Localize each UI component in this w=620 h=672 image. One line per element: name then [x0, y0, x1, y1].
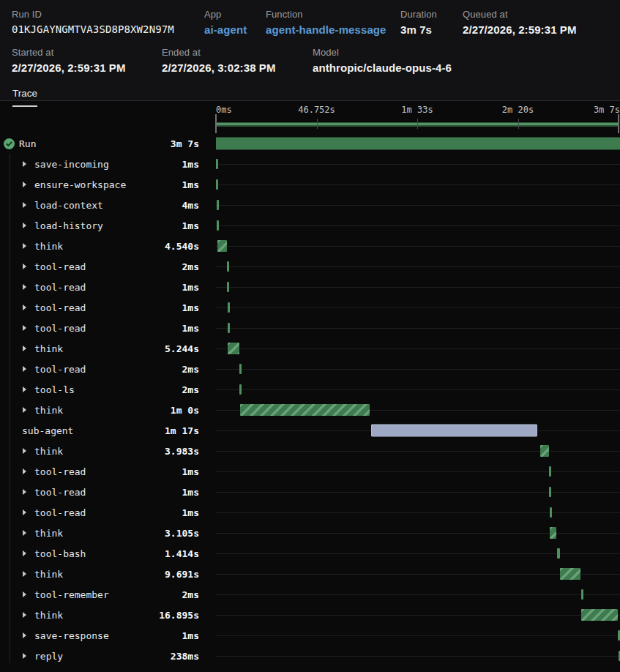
trace-row-tool-read[interactable]: tool-read1ms — [0, 461, 620, 482]
span-bar[interactable] — [540, 445, 549, 457]
span-bar[interactable] — [217, 200, 219, 210]
lane-line — [216, 307, 620, 308]
trace-row-think[interactable]: think1m 0s — [0, 400, 620, 420]
span-duration: 1ms — [182, 507, 214, 518]
span-bar[interactable] — [217, 220, 219, 231]
trace-row-reply[interactable]: reply238ms — [0, 646, 620, 666]
span-bar[interactable] — [371, 425, 537, 437]
queued-at-field: Queued at 2/27/2026, 2:59:31 PM — [463, 9, 608, 36]
trace-row-tool-read[interactable]: tool-read2ms — [0, 256, 620, 277]
expand-caret-icon[interactable] — [23, 468, 26, 474]
expand-caret-icon[interactable] — [23, 325, 26, 331]
expand-caret-icon[interactable] — [23, 264, 26, 269]
expand-caret-icon[interactable] — [23, 182, 26, 187]
span-lane — [214, 379, 620, 400]
span-name: think — [34, 569, 63, 580]
expand-caret-icon[interactable] — [23, 509, 26, 515]
span-bar[interactable] — [549, 487, 551, 497]
trace-row-load-history[interactable]: load-history1ms — [0, 215, 620, 236]
trace-row-think[interactable]: think9.691s — [0, 564, 620, 584]
span-bar[interactable] — [216, 179, 218, 190]
span-row-header: ensure-workspace1ms — [0, 179, 214, 190]
trace-row-tool-bash[interactable]: tool-bash1.414s — [0, 543, 620, 564]
span-bar[interactable] — [581, 589, 583, 600]
span-bar[interactable] — [216, 159, 218, 169]
expand-caret-icon[interactable] — [23, 571, 26, 577]
expand-caret-icon[interactable] — [23, 305, 26, 310]
span-row-header: save-incoming1ms — [0, 159, 214, 170]
span-duration: 2ms — [182, 364, 214, 375]
app-link[interactable]: ai-agent — [204, 23, 266, 36]
span-bar[interactable] — [550, 527, 556, 539]
span-bar[interactable] — [560, 568, 581, 580]
expand-caret-icon[interactable] — [23, 612, 26, 618]
trace-row-tool-read[interactable]: tool-read1ms — [0, 318, 620, 338]
expand-caret-icon[interactable] — [23, 243, 26, 249]
trace-row-think[interactable]: think4.540s — [0, 236, 620, 256]
run-meta-row-1: Run ID 01KJGAYNGMTVA3SD8P8XW2N97M App ai… — [12, 9, 608, 36]
span-lane — [214, 256, 620, 277]
trace-row-run[interactable]: Run3m 7s — [0, 133, 620, 154]
span-bar[interactable] — [227, 282, 229, 292]
trace-row-tool-read[interactable]: tool-read1ms — [0, 482, 620, 502]
span-bar[interactable] — [216, 138, 620, 150]
trace-row-tool-read[interactable]: tool-read1ms — [0, 297, 620, 318]
trace-row-tool-remember[interactable]: tool-remember2ms — [0, 584, 620, 605]
span-lane — [214, 277, 620, 297]
expand-caret-icon[interactable] — [23, 202, 26, 208]
span-bar[interactable] — [228, 302, 230, 313]
trace-row-tool-ls[interactable]: tool-ls2ms — [0, 379, 620, 400]
trace-row-ensure-workspace[interactable]: ensure-workspace1ms — [0, 174, 620, 195]
trace-row-think[interactable]: think3.983s — [0, 441, 620, 461]
span-name: tool-ls — [34, 384, 75, 395]
span-name: sub-agent — [22, 425, 73, 436]
expand-caret-icon[interactable] — [23, 223, 26, 228]
span-bar[interactable] — [549, 466, 551, 477]
span-row-header: tool-remember2ms — [0, 589, 214, 600]
span-bar[interactable] — [217, 240, 227, 252]
expand-caret-icon[interactable] — [23, 632, 26, 638]
expand-caret-icon[interactable] — [23, 591, 26, 597]
axis-tick-mark — [317, 119, 318, 129]
lane-line — [216, 594, 620, 595]
trace-row-tool-read[interactable]: tool-read1ms — [0, 277, 620, 297]
span-bar[interactable] — [228, 343, 239, 354]
span-bar[interactable] — [239, 364, 242, 374]
expand-caret-icon[interactable] — [23, 448, 26, 454]
timeline-axis: 0ms46.752s1m 33s2m 20s3m 7s — [0, 101, 620, 133]
span-name: load-context — [34, 200, 103, 211]
expand-caret-icon[interactable] — [23, 346, 26, 351]
lane-line — [216, 164, 620, 165]
trace-row-load-context[interactable]: load-context4ms — [0, 195, 620, 215]
span-bar[interactable] — [557, 548, 560, 559]
span-bar[interactable] — [581, 609, 618, 621]
expand-caret-icon[interactable] — [23, 161, 26, 167]
expand-caret-icon[interactable] — [23, 387, 26, 392]
span-bar[interactable] — [550, 507, 552, 518]
trace-row-save-response[interactable]: save-response1ms — [0, 625, 620, 646]
trace-row-tool-read[interactable]: tool-read1ms — [0, 502, 620, 523]
trace-row-think[interactable]: think5.244s — [0, 338, 620, 359]
expand-caret-icon[interactable] — [23, 407, 26, 413]
expand-caret-icon[interactable] — [23, 489, 26, 495]
expand-caret-icon[interactable] — [23, 366, 26, 372]
expand-caret-icon[interactable] — [23, 530, 26, 536]
expand-caret-icon[interactable] — [23, 284, 26, 290]
expand-caret-icon[interactable] — [23, 653, 26, 659]
expand-caret-icon[interactable] — [23, 550, 26, 556]
span-lane — [214, 646, 620, 666]
span-bar[interactable] — [228, 323, 230, 333]
trace-row-tool-read[interactable]: tool-read2ms — [0, 359, 620, 379]
span-bar[interactable] — [240, 404, 369, 416]
trace-row-save-incoming[interactable]: save-incoming1ms — [0, 154, 620, 174]
trace-row-sub-agent[interactable]: sub-agent1m 17s — [0, 420, 620, 441]
span-bar[interactable] — [227, 261, 229, 272]
function-link[interactable]: agent-handle-message — [266, 23, 400, 36]
span-name: reply — [34, 651, 63, 662]
span-duration: 2ms — [182, 384, 214, 395]
span-duration: 16.895s — [159, 610, 214, 621]
trace-row-think[interactable]: think3.105s — [0, 523, 620, 543]
span-bar[interactable] — [239, 384, 242, 395]
trace-row-think[interactable]: think16.895s — [0, 605, 620, 625]
span-row-header: tool-read1ms — [0, 487, 214, 498]
